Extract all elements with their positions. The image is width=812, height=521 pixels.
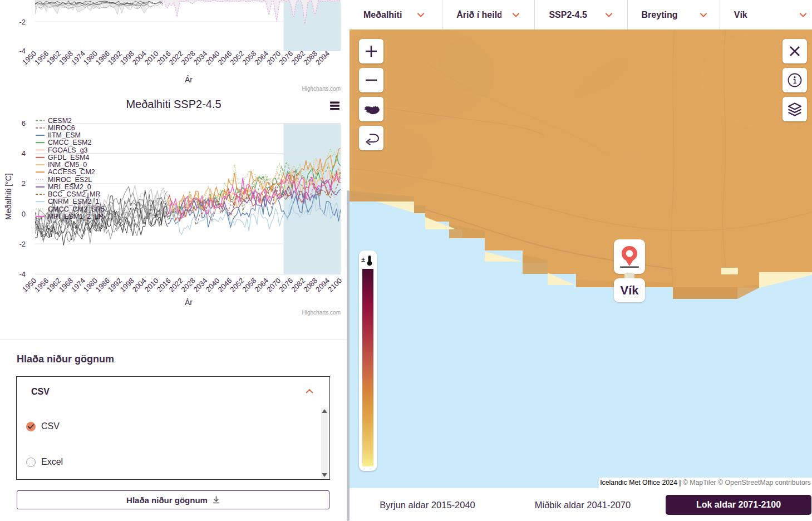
svg-text:CMCC_ESM2: CMCC_ESM2 — [48, 139, 92, 146]
svg-text:IITM_ESM: IITM_ESM — [48, 131, 81, 139]
svg-text:BCC_CSM2_MR: BCC_CSM2_MR — [48, 190, 100, 198]
svg-text:-2: -2 — [19, 240, 26, 248]
svg-text:Meðalhiti SSP2-4.5: Meðalhiti SSP2-4.5 — [126, 98, 221, 110]
svg-text:2094: 2094 — [314, 50, 331, 67]
svg-text:Highcharts.com: Highcharts.com — [302, 86, 341, 92]
svg-text:CESM2: CESM2 — [48, 117, 72, 125]
svg-text:CMCC_CM2_SR5: CMCC_CM2_SR5 — [48, 205, 105, 213]
svg-text:FGOALS_g3: FGOALS_g3 — [48, 146, 88, 154]
svg-text:MRI_ESM2_0: MRI_ESM2_0 — [48, 183, 91, 191]
svg-text:Meðalhiti [°C]: Meðalhiti [°C] — [4, 173, 13, 219]
svg-text:INM_CM5_0: INM_CM5_0 — [48, 161, 87, 169]
svg-text:-4: -4 — [19, 270, 26, 278]
svg-text:-4: -4 — [19, 47, 26, 55]
svg-text:4: 4 — [22, 149, 26, 158]
svg-text:Ár: Ár — [185, 298, 193, 307]
svg-text:2: 2 — [22, 179, 26, 188]
svg-text:MIROC_ES2L: MIROC_ES2L — [48, 176, 92, 184]
svg-text:Ár: Ár — [185, 75, 193, 84]
svg-text:±: ± — [361, 255, 365, 264]
svg-text:-2: -2 — [19, 18, 26, 26]
svg-text:Highcharts.com: Highcharts.com — [302, 309, 341, 316]
svg-text:2100: 2100 — [326, 277, 343, 294]
svg-text:GFDL_ESM4: GFDL_ESM4 — [48, 154, 89, 161]
svg-text:6: 6 — [22, 119, 26, 127]
svg-text:MPI_ESM1_2_LR: MPI_ESM1_2_LR — [48, 213, 104, 220]
svg-text:ACCESS_CM2: ACCESS_CM2 — [48, 168, 95, 176]
svg-text:0: 0 — [22, 210, 26, 218]
svg-text:MIROC6: MIROC6 — [48, 124, 75, 132]
svg-text:CNRM_ESM2_1: CNRM_ESM2_1 — [48, 198, 99, 205]
